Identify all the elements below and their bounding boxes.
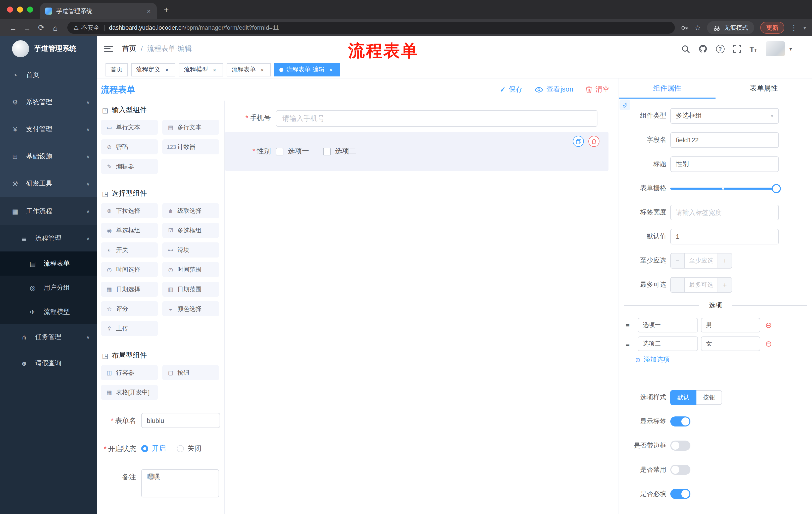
sidebar-item-user-group[interactable]: ◎ 用户分组 (0, 276, 97, 300)
zoom-window-button[interactable] (27, 6, 33, 12)
tab-component-props[interactable]: 组件属性 (619, 78, 716, 99)
font-size-icon[interactable]: TT (749, 45, 757, 53)
label-width-input[interactable] (670, 205, 779, 220)
drag-handle-icon[interactable]: ≡ (626, 340, 634, 348)
field-name-input[interactable] (670, 132, 779, 147)
back-icon[interactable]: ← (6, 23, 20, 32)
chip-rate[interactable]: ☆评分 (101, 301, 158, 316)
component-type-select[interactable]: 多选框组 ▾ (670, 108, 779, 124)
form-remark-textarea[interactable]: 嘿嘿 (141, 469, 219, 497)
sidebar-item-workflow[interactable]: ▦ 工作流程 ∧ (0, 197, 97, 225)
chip-switch[interactable]: ◐开关 (101, 242, 158, 258)
breadcrumb-home[interactable]: 首页 (122, 44, 136, 53)
tag-process-definition[interactable]: 流程定义 × (131, 63, 175, 76)
app-logo-row[interactable]: 芋道管理系统 (0, 36, 97, 61)
style-default-button[interactable]: 默认 (670, 390, 696, 405)
tab-close-icon[interactable]: × (146, 7, 152, 15)
forward-icon[interactable]: → (20, 23, 34, 32)
chip-date-picker[interactable]: ▦日期选择 (101, 282, 158, 297)
disabled-toggle[interactable] (670, 465, 690, 475)
remove-option-icon[interactable]: ⊖ (765, 340, 772, 348)
phone-input[interactable] (276, 110, 598, 127)
password-key-icon[interactable] (681, 24, 689, 31)
security-warning[interactable]: ⚠ 不安全 (74, 23, 99, 32)
style-button-button[interactable]: 按钮 (696, 390, 722, 405)
browser-menu-icon[interactable]: ⋮ (790, 24, 798, 32)
chip-color-picker[interactable]: ◒颜色选择 (162, 301, 219, 316)
chip-cascader[interactable]: ⋔级联选择 (162, 203, 219, 218)
chip-counter[interactable]: 123计数器 (162, 139, 219, 154)
chip-radio-group[interactable]: ◉单选框组 (101, 223, 158, 238)
close-icon[interactable]: × (328, 66, 335, 73)
tag-process-form[interactable]: 流程表单 × (227, 63, 271, 76)
search-icon[interactable] (681, 45, 690, 53)
close-icon[interactable]: × (211, 66, 218, 73)
tab-form-props[interactable]: 表单属性 (716, 78, 812, 99)
show-label-toggle[interactable] (670, 416, 690, 427)
increase-button[interactable]: + (718, 277, 732, 292)
avatar-caret-icon[interactable]: ▾ (789, 46, 792, 52)
chip-editor[interactable]: ✎编辑器 (101, 159, 158, 174)
chip-slider[interactable]: ⊶滑块 (162, 242, 219, 258)
status-off-radio[interactable]: 关闭 (177, 444, 202, 453)
tag-process-form-edit[interactable]: 流程表单-编辑 × (274, 63, 340, 76)
update-button[interactable]: 更新 (760, 22, 784, 34)
sidebar-item-task-mgmt[interactable]: ⋔ 任务管理 ∨ (0, 324, 97, 350)
drag-handle-icon[interactable]: ≡ (626, 321, 634, 329)
window-controls[interactable] (7, 6, 33, 12)
option2-value-input[interactable] (701, 336, 760, 351)
close-icon[interactable]: × (259, 66, 266, 73)
copy-widget-button[interactable] (573, 136, 584, 147)
address-bar[interactable]: ⚠ 不安全 dashboard.yudao.iocoder.cn/bpm/man… (67, 22, 675, 34)
sidebar-item-process-model[interactable]: ✈ 流程模型 (0, 300, 97, 324)
bookmark-star-icon[interactable]: ☆ (695, 24, 701, 32)
new-tab-button[interactable]: + (164, 5, 169, 15)
sidebar-item-process-form[interactable]: ▤ 流程表单 (0, 251, 97, 276)
chip-dropdown[interactable]: ⊚下拉选择 (101, 203, 158, 218)
chip-multi-line-text[interactable]: ▤多行文本 (162, 120, 219, 135)
browser-home-icon[interactable]: ⌂ (48, 23, 62, 32)
stepper-value[interactable]: 至少应选 (685, 253, 718, 268)
option1-label-input[interactable] (638, 318, 698, 332)
avatar[interactable] (766, 41, 785, 56)
slider-handle[interactable] (772, 184, 781, 193)
sidebar-item-leave-query[interactable]: ☻ 请假查询 (0, 350, 97, 376)
delete-widget-button[interactable] (588, 136, 600, 147)
selected-widget-gender[interactable]: *性别 选项一 选项二 (225, 132, 609, 171)
sidebar-item-system[interactable]: ⚙ 系统管理 ∨ (0, 88, 97, 116)
chip-password[interactable]: ⊘密码 (101, 139, 158, 154)
sidebar-item-process-mgmt[interactable]: ≣ 流程管理 ∧ (0, 225, 97, 251)
option1-checkbox[interactable] (276, 147, 283, 155)
add-option-button[interactable]: ⊕ 添加选项 (635, 355, 812, 364)
decrease-button[interactable]: − (671, 277, 685, 292)
chip-table-dev[interactable]: ▦表格[开发中] (101, 385, 158, 400)
option1-value-input[interactable] (701, 318, 760, 332)
chip-date-range[interactable]: ▥日期范围 (162, 282, 219, 297)
close-icon[interactable]: × (163, 66, 170, 73)
option2-checkbox[interactable] (323, 147, 330, 155)
required-toggle[interactable] (670, 489, 690, 499)
view-json-button[interactable]: 查看json (535, 85, 573, 94)
profile-caret-icon[interactable]: ▾ (804, 25, 806, 30)
option2-label-input[interactable] (638, 336, 698, 351)
default-value-input[interactable] (670, 228, 779, 244)
tag-home[interactable]: 首页 (106, 63, 127, 76)
help-icon[interactable]: ? (716, 45, 724, 53)
sidebar-item-devtools[interactable]: ⚒ 研发工具 ∨ (0, 170, 97, 197)
github-icon[interactable] (698, 44, 707, 53)
form-grid-slider[interactable] (670, 180, 779, 196)
chip-upload[interactable]: ⇪上传 (101, 321, 158, 336)
tag-process-model[interactable]: 流程模型 × (179, 63, 223, 76)
browser-tab[interactable]: 芋道管理系统 × (40, 3, 157, 19)
fullscreen-icon[interactable] (733, 45, 741, 53)
sidebar-item-home[interactable]: ◔ 首页 (0, 61, 97, 88)
chip-single-line-text[interactable]: ▭单行文本 (101, 120, 158, 135)
chip-time-range[interactable]: ◴时间范围 (162, 262, 219, 277)
increase-button[interactable]: + (718, 253, 732, 268)
status-on-radio[interactable]: 开启 (141, 444, 166, 453)
remove-option-icon[interactable]: ⊖ (765, 321, 772, 329)
close-window-button[interactable] (7, 6, 13, 12)
save-button[interactable]: ✓ 保存 (500, 85, 523, 94)
hamburger-icon[interactable] (104, 46, 113, 52)
title-input[interactable] (670, 156, 779, 172)
